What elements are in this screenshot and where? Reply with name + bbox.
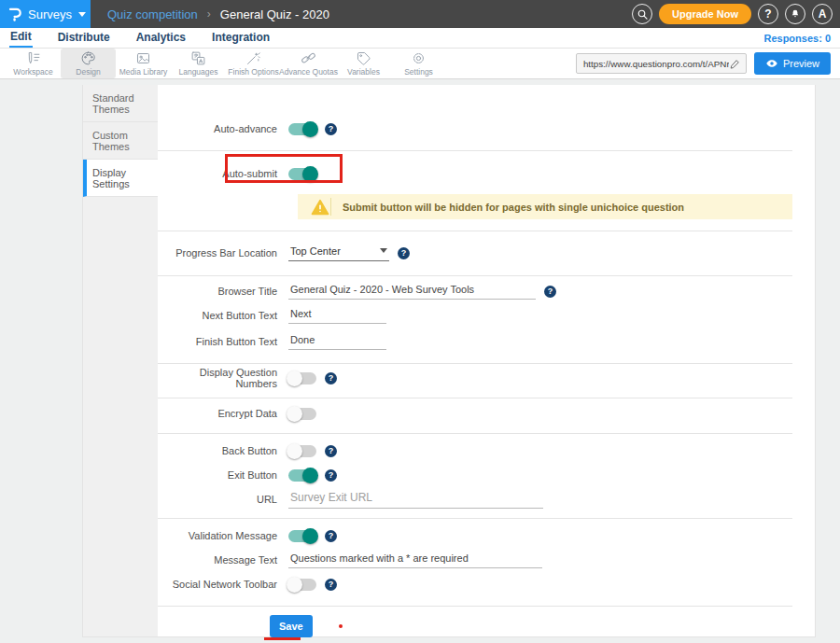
tag-icon bbox=[356, 50, 371, 66]
display-question-numbers-label: Display Question Numbers bbox=[158, 367, 288, 389]
design-palette-icon bbox=[80, 50, 96, 66]
auto-advance-label: Auto-advance bbox=[158, 123, 288, 134]
save-button[interactable]: Save bbox=[270, 615, 313, 637]
tab-integration[interactable]: Integration bbox=[211, 29, 271, 47]
help-button[interactable]: ? bbox=[758, 4, 778, 24]
avatar[interactable]: A bbox=[812, 4, 833, 24]
help-icon[interactable]: ? bbox=[325, 123, 337, 135]
eye-icon bbox=[765, 57, 778, 70]
help-icon[interactable]: ? bbox=[325, 372, 337, 384]
responses-count[interactable]: Responses: 0 bbox=[763, 33, 831, 44]
finish-button-text-input[interactable]: Done bbox=[288, 334, 386, 350]
exit-url-input[interactable]: Survey Exit URL bbox=[288, 491, 543, 509]
display-question-numbers-toggle[interactable] bbox=[288, 372, 316, 384]
search-icon bbox=[637, 8, 649, 21]
breadcrumb-separator: › bbox=[207, 7, 211, 21]
message-text-row: Message Text Questions marked with a * a… bbox=[158, 548, 815, 572]
next-button-text-input[interactable]: Next bbox=[288, 308, 386, 324]
header-actions: Upgrade Now ? A bbox=[632, 4, 840, 24]
toolbar-tab-languages[interactable]: Languages bbox=[171, 49, 226, 78]
preview-button[interactable]: Preview bbox=[754, 52, 831, 75]
warning-triangle-icon bbox=[298, 198, 331, 216]
progress-bar-location-row: Progress Bar Location Top Center ? bbox=[158, 241, 815, 265]
notifications-button[interactable] bbox=[785, 4, 805, 24]
help-icon[interactable]: ? bbox=[325, 445, 337, 457]
toolbar-right: https://www.questionpro.com/t/APNrFZ Pre… bbox=[576, 52, 831, 75]
translate-icon bbox=[190, 50, 206, 66]
breadcrumb: Quiz competition › General Quiz - 2020 bbox=[107, 7, 329, 21]
survey-url-text: https://www.questionpro.com/t/APNrFZ bbox=[583, 59, 729, 69]
tab-edit[interactable]: Edit bbox=[9, 28, 33, 48]
progress-bar-location-select[interactable]: Top Center bbox=[288, 245, 389, 261]
sidebar-item-display-settings[interactable]: Display Settings bbox=[83, 160, 158, 197]
message-text-label: Message Text bbox=[158, 554, 288, 566]
chevron-down-icon bbox=[78, 12, 86, 17]
design-sidebar: Standard Themes Custom Themes Display Se… bbox=[83, 85, 158, 636]
toolbar-tab-workspace[interactable]: Workspace bbox=[6, 49, 61, 78]
toolbar-tab-settings[interactable]: Settings bbox=[391, 49, 446, 78]
validation-message-row: Validation Message ? bbox=[158, 524, 815, 548]
product-switcher[interactable]: Surveys bbox=[0, 0, 91, 28]
toolbar-tab-variables[interactable]: Variables bbox=[336, 49, 391, 78]
auto-submit-row: Auto-submit bbox=[158, 161, 815, 186]
encrypt-data-label: Encrypt Data bbox=[158, 408, 288, 419]
social-network-toolbar-toggle[interactable] bbox=[288, 579, 316, 591]
help-icon[interactable]: ? bbox=[325, 530, 337, 542]
auto-submit-warning: Submit button will be hidden for pages w… bbox=[298, 194, 792, 219]
auto-advance-row: Auto-advance ? bbox=[158, 117, 815, 141]
display-question-numbers-row: Display Question Numbers ? bbox=[158, 366, 815, 390]
pencil-edit-icon[interactable] bbox=[729, 58, 741, 70]
warning-text: Submit button will be hidden for pages w… bbox=[331, 202, 684, 213]
browser-title-input[interactable]: General Quiz - 2020 - Web Survey Tools bbox=[288, 284, 536, 300]
validation-message-toggle[interactable] bbox=[288, 530, 316, 542]
bell-icon bbox=[790, 8, 801, 20]
breadcrumb-folder[interactable]: Quiz competition bbox=[107, 7, 198, 21]
workspace-icon bbox=[25, 50, 41, 66]
back-button-label: Back Button bbox=[158, 445, 288, 456]
progress-bar-location-label: Progress Bar Location bbox=[158, 247, 288, 259]
next-button-text-label: Next Button Text bbox=[158, 310, 288, 321]
sidebar-item-standard-themes[interactable]: Standard Themes bbox=[83, 85, 158, 122]
help-icon[interactable]: ? bbox=[398, 247, 410, 259]
toolbar-tab-media-library[interactable]: Media Library bbox=[116, 49, 171, 78]
help-icon[interactable]: ? bbox=[325, 469, 337, 482]
social-network-toolbar-row: Social Network Toolbar ? bbox=[158, 572, 815, 596]
tab-analytics[interactable]: Analytics bbox=[135, 29, 187, 47]
help-icon[interactable]: ? bbox=[544, 286, 556, 298]
annotation-red-dot bbox=[339, 624, 343, 628]
auto-submit-toggle[interactable] bbox=[288, 168, 316, 180]
exit-button-toggle[interactable] bbox=[288, 469, 316, 482]
message-text-input[interactable]: Questions marked with a * are required bbox=[288, 552, 542, 568]
next-button-text-row: Next Button Text Next bbox=[158, 303, 815, 328]
back-button-row: Back Button ? bbox=[158, 439, 815, 463]
help-icon[interactable]: ? bbox=[325, 579, 337, 591]
breadcrumb-survey-title: General Quiz - 2020 bbox=[220, 7, 329, 21]
display-settings-panel: Auto-advance ? Auto-submit bbox=[158, 85, 815, 636]
questionpro-logo-icon bbox=[7, 7, 23, 22]
exit-url-label: URL bbox=[158, 494, 288, 505]
gear-icon bbox=[411, 50, 427, 66]
edit-toolbar: Workspace Design Media Library Languages… bbox=[0, 49, 840, 79]
survey-url-field[interactable]: https://www.questionpro.com/t/APNrFZ bbox=[576, 53, 747, 74]
top-header: Surveys Quiz competition › General Quiz … bbox=[0, 0, 840, 28]
magic-wand-icon bbox=[245, 50, 261, 66]
back-button-toggle[interactable] bbox=[288, 445, 316, 457]
exit-button-row: Exit Button ? bbox=[158, 463, 815, 487]
auto-advance-toggle[interactable] bbox=[288, 123, 316, 135]
upgrade-now-button[interactable]: Upgrade Now bbox=[659, 4, 751, 24]
search-button[interactable] bbox=[632, 4, 652, 24]
encrypt-data-toggle[interactable] bbox=[288, 408, 316, 420]
toolbar-tab-design[interactable]: Design bbox=[61, 49, 116, 78]
survey-subnav: Edit Distribute Analytics Integration Re… bbox=[0, 28, 840, 49]
toolbar-tab-finish-options[interactable]: Finish Options bbox=[226, 49, 281, 78]
validation-message-label: Validation Message bbox=[158, 530, 288, 541]
annotation-red-underline bbox=[264, 637, 301, 640]
exit-button-label: Exit Button bbox=[158, 469, 288, 481]
toolbar-tab-advance-quotas[interactable]: Advance Quotas bbox=[281, 49, 336, 78]
media-image-icon bbox=[135, 50, 151, 66]
finish-button-text-row: Finish Button Text Done bbox=[158, 329, 815, 354]
finish-button-text-label: Finish Button Text bbox=[158, 336, 288, 347]
save-row: Save bbox=[158, 614, 815, 638]
sidebar-item-custom-themes[interactable]: Custom Themes bbox=[83, 122, 158, 160]
tab-distribute[interactable]: Distribute bbox=[57, 29, 111, 47]
